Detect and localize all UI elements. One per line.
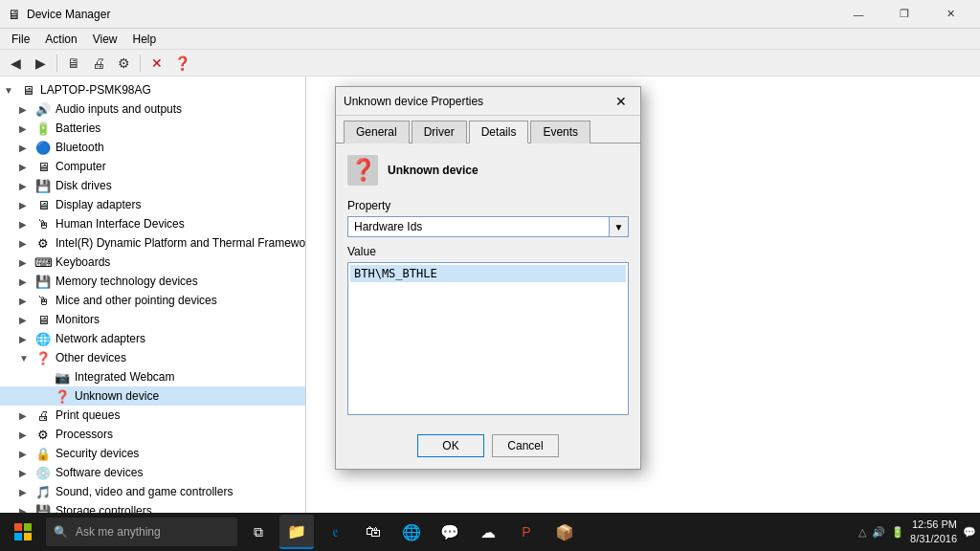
tree-item-network[interactable]: ▶ 🌐 Network adapters <box>0 329 305 348</box>
minimize-button[interactable]: — <box>836 0 880 29</box>
scan-button[interactable]: ⚙ <box>112 53 135 74</box>
tree-item-software[interactable]: ▶ 💿 Software devices <box>0 463 305 482</box>
software-toggle[interactable]: ▶ <box>19 468 34 478</box>
maximize-button[interactable]: ❐ <box>882 0 926 29</box>
tree-item-hid[interactable]: ▶ 🖱 Human Interface Devices <box>0 214 305 233</box>
print-button[interactable]: 🖨 <box>87 53 110 74</box>
search-box[interactable]: 🔍 Ask me anything <box>46 518 237 546</box>
notification-center-icon[interactable]: 💬 <box>963 526 976 539</box>
storage-toggle[interactable]: ▶ <box>19 506 34 514</box>
clock-time: 12:56 PM <box>910 518 957 532</box>
forward-button[interactable]: ▶ <box>29 53 52 74</box>
intel-toggle[interactable]: ▶ <box>19 238 34 249</box>
security-label: Security devices <box>56 447 139 460</box>
search-placeholder: Ask me anything <box>76 525 161 539</box>
battery-icon[interactable]: 🔋 <box>891 526 904 539</box>
notification-icon[interactable]: △ <box>858 526 866 539</box>
root-toggle[interactable]: ▼ <box>4 85 19 96</box>
unknown-app-button[interactable]: 📦 <box>547 515 582 549</box>
other-toggle[interactable]: ▼ <box>19 353 34 364</box>
device-tree[interactable]: ▼ 🖥 LAPTOP-PSMK98AG ▶ 🔊 Audio inputs and… <box>0 77 306 513</box>
title-bar: 🖥 Device Manager — ❐ ✕ <box>0 0 980 29</box>
back-button[interactable]: ◀ <box>4 53 27 74</box>
security-toggle[interactable]: ▶ <box>19 449 34 459</box>
edge-button[interactable]: 𝔢 <box>318 515 352 549</box>
tree-item-other[interactable]: ▼ ❓ Other devices <box>0 348 305 367</box>
volume-icon[interactable]: 🔊 <box>872 526 885 539</box>
ok-button[interactable]: OK <box>417 434 484 457</box>
tab-driver[interactable]: Driver <box>412 121 467 143</box>
tab-events[interactable]: Events <box>530 121 590 143</box>
dropdown-arrow-button[interactable]: ▼ <box>610 216 629 237</box>
tree-item-disk[interactable]: ▶ 💾 Disk drives <box>0 176 305 195</box>
clock-date: 8/31/2016 <box>910 532 957 546</box>
tree-item-batteries[interactable]: ▶ 🔋 Batteries <box>0 119 305 138</box>
computer-toggle[interactable]: ▶ <box>19 162 34 172</box>
menu-file[interactable]: File <box>4 31 37 48</box>
tree-item-storage[interactable]: ▶ 💾 Storage controllers <box>0 501 305 513</box>
dialog-tab-bar: General Driver Details Events <box>336 116 640 143</box>
computer-tree-icon: 🖥 <box>34 159 52 174</box>
keyboards-toggle[interactable]: ▶ <box>19 257 34 268</box>
processors-toggle[interactable]: ▶ <box>19 430 34 440</box>
display-toggle[interactable]: ▶ <box>19 200 34 210</box>
tree-item-keyboards[interactable]: ▶ ⌨ Keyboards <box>0 253 305 272</box>
mice-toggle[interactable]: ▶ <box>19 296 34 306</box>
skype-button[interactable]: 💬 <box>433 515 467 549</box>
onedrive-button[interactable]: ☁ <box>471 515 505 549</box>
tree-item-computer[interactable]: ▶ 🖥 Computer <box>0 157 305 176</box>
disk-icon: 💾 <box>34 178 52 193</box>
store-button[interactable]: 🛍 <box>356 515 390 549</box>
help-button[interactable]: ❓ <box>170 53 193 74</box>
value-box: BTH\MS_BTHLE <box>347 262 629 415</box>
hid-label: Human Interface Devices <box>56 217 185 231</box>
security-icon: 🔒 <box>34 446 52 461</box>
start-button[interactable] <box>4 513 42 551</box>
audio-toggle[interactable]: ▶ <box>19 104 34 115</box>
properties-button[interactable]: 🖥 <box>62 53 85 74</box>
hid-toggle[interactable]: ▶ <box>19 219 34 230</box>
network-toggle[interactable]: ▶ <box>19 334 34 344</box>
tree-item-audio[interactable]: ▶ 🔊 Audio inputs and outputs <box>0 99 305 119</box>
tab-general[interactable]: General <box>344 121 410 143</box>
tree-item-monitors[interactable]: ▶ 🖥 Monitors <box>0 310 305 329</box>
property-dropdown[interactable]: Hardware Ids <box>347 216 610 237</box>
disk-toggle[interactable]: ▶ <box>19 181 34 191</box>
tree-item-webcam[interactable]: ▶ 📷 Integrated Webcam <box>0 367 305 386</box>
menu-bar: File Action View Help <box>0 29 980 50</box>
intel-label: Intel(R) Dynamic Platform and Thermal Fr… <box>56 236 306 250</box>
clock[interactable]: 12:56 PM 8/31/2016 <box>910 518 957 547</box>
tree-root[interactable]: ▼ 🖥 LAPTOP-PSMK98AG <box>0 80 305 99</box>
sound-toggle[interactable]: ▶ <box>19 487 34 497</box>
tree-item-intel[interactable]: ▶ ⚙ Intel(R) Dynamic Platform and Therma… <box>0 233 305 253</box>
tree-item-display[interactable]: ▶ 🖥 Display adapters <box>0 195 305 214</box>
task-view-icon: ⧉ <box>254 524 263 540</box>
cancel-button[interactable]: Cancel <box>492 434 559 457</box>
memory-toggle[interactable]: ▶ <box>19 276 34 287</box>
batteries-toggle[interactable]: ▶ <box>19 123 34 134</box>
dialog-content: ❓ Unknown device Property Hardware Ids ▼… <box>336 143 640 427</box>
chrome-button[interactable]: 🌐 <box>394 515 429 549</box>
menu-view[interactable]: View <box>85 31 125 48</box>
file-explorer-button[interactable]: 📁 <box>279 515 314 549</box>
tab-details[interactable]: Details <box>469 121 529 143</box>
dialog-title: Unknown device Properties <box>344 95 483 108</box>
tree-item-security[interactable]: ▶ 🔒 Security devices <box>0 444 305 463</box>
menu-help[interactable]: Help <box>125 31 165 48</box>
tree-item-print[interactable]: ▶ 🖨 Print queues <box>0 406 305 425</box>
dialog-close-button[interactable]: ✕ <box>610 91 633 112</box>
monitors-toggle[interactable]: ▶ <box>19 315 34 325</box>
tree-item-unknown[interactable]: ▶ ❓ Unknown device <box>0 386 305 406</box>
tree-item-sound[interactable]: ▶ 🎵 Sound, video and game controllers <box>0 482 305 501</box>
tree-item-mice[interactable]: ▶ 🖱 Mice and other pointing devices <box>0 291 305 310</box>
powerpoint-button[interactable]: P <box>509 515 544 549</box>
task-view-button[interactable]: ⧉ <box>241 515 276 549</box>
print-toggle[interactable]: ▶ <box>19 410 34 421</box>
bluetooth-toggle[interactable]: ▶ <box>19 143 34 153</box>
uninstall-button[interactable]: ✕ <box>145 53 168 74</box>
tree-item-bluetooth[interactable]: ▶ 🔵 Bluetooth <box>0 138 305 157</box>
tree-item-processors[interactable]: ▶ ⚙ Processors <box>0 425 305 444</box>
menu-action[interactable]: Action <box>37 31 84 48</box>
tree-item-memory[interactable]: ▶ 💾 Memory technology devices <box>0 272 305 291</box>
close-button[interactable]: ✕ <box>928 0 972 29</box>
